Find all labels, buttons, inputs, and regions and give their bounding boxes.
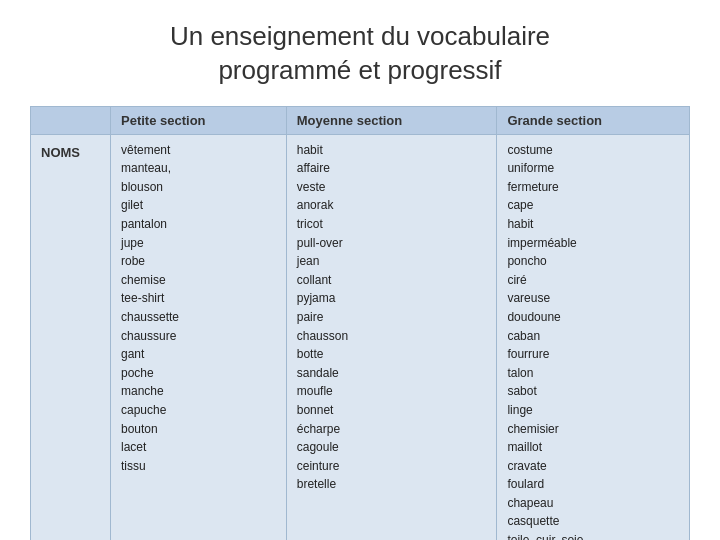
word-grande: cravate (507, 457, 679, 476)
word-moyenne: tricot (297, 215, 487, 234)
header-col2: Moyenne section (286, 106, 497, 134)
page-title: Un enseignement du vocabulaire programmé… (170, 20, 550, 88)
word-grande: habit (507, 215, 679, 234)
word-moyenne: bonnet (297, 401, 487, 420)
word-petite: tee-shirt (121, 289, 276, 308)
word-grande: chapeau (507, 494, 679, 513)
word-grande: fourrure (507, 345, 679, 364)
word-petite: tissu (121, 457, 276, 476)
word-grande: uniforme (507, 159, 679, 178)
word-grande: costume (507, 141, 679, 160)
word-grande: caban (507, 327, 679, 346)
word-grande: poncho (507, 252, 679, 271)
word-moyenne: sandale (297, 364, 487, 383)
word-moyenne: anorak (297, 196, 487, 215)
row-petite-0: vêtementmanteau,blousongiletpantalonjupe… (111, 134, 287, 540)
word-moyenne: bretelle (297, 475, 487, 494)
word-petite: poche (121, 364, 276, 383)
row-label-0: NOMS (31, 134, 111, 540)
page: Un enseignement du vocabulaire programmé… (0, 0, 720, 540)
header-col1: Petite section (111, 106, 287, 134)
word-moyenne: botte (297, 345, 487, 364)
word-moyenne: veste (297, 178, 487, 197)
word-grande: chemisier (507, 420, 679, 439)
word-grande: imperméable (507, 234, 679, 253)
word-grande: sabot (507, 382, 679, 401)
word-petite: chaussure (121, 327, 276, 346)
word-moyenne: cagoule (297, 438, 487, 457)
word-moyenne: moufle (297, 382, 487, 401)
word-moyenne: collant (297, 271, 487, 290)
word-grande: linge (507, 401, 679, 420)
header-col3: Grande section (497, 106, 690, 134)
word-petite: gilet (121, 196, 276, 215)
word-grande: foulard (507, 475, 679, 494)
word-petite: chemise (121, 271, 276, 290)
word-grande: casquette (507, 512, 679, 531)
word-grande: ciré (507, 271, 679, 290)
word-moyenne: écharpe (297, 420, 487, 439)
word-petite: manteau, (121, 159, 276, 178)
word-grande: cape (507, 196, 679, 215)
word-petite: blouson (121, 178, 276, 197)
word-petite: robe (121, 252, 276, 271)
word-grande: maillot (507, 438, 679, 457)
word-petite: pantalon (121, 215, 276, 234)
word-petite: capuche (121, 401, 276, 420)
word-grande: talon (507, 364, 679, 383)
vocab-table: Petite section Moyenne section Grande se… (30, 106, 690, 540)
header-col0 (31, 106, 111, 134)
word-petite: lacet (121, 438, 276, 457)
word-grande: doudoune (507, 308, 679, 327)
row-grande-0: costumeuniformefermeturecapehabitimpermé… (497, 134, 690, 540)
word-grande: fermeture (507, 178, 679, 197)
word-moyenne: affaire (297, 159, 487, 178)
word-petite: bouton (121, 420, 276, 439)
word-moyenne: jean (297, 252, 487, 271)
word-petite: vêtement (121, 141, 276, 160)
word-petite: jupe (121, 234, 276, 253)
word-grande: vareuse (507, 289, 679, 308)
word-moyenne: habit (297, 141, 487, 160)
word-petite: chaussette (121, 308, 276, 327)
word-petite: manche (121, 382, 276, 401)
word-moyenne: ceinture (297, 457, 487, 476)
row-moyenne-0: habitaffairevesteanoraktricotpull-overje… (286, 134, 497, 540)
word-grande: toile, cuir, soie (507, 531, 679, 540)
word-moyenne: paire (297, 308, 487, 327)
word-petite: gant (121, 345, 276, 364)
word-moyenne: pull-over (297, 234, 487, 253)
word-moyenne: chausson (297, 327, 487, 346)
word-moyenne: pyjama (297, 289, 487, 308)
